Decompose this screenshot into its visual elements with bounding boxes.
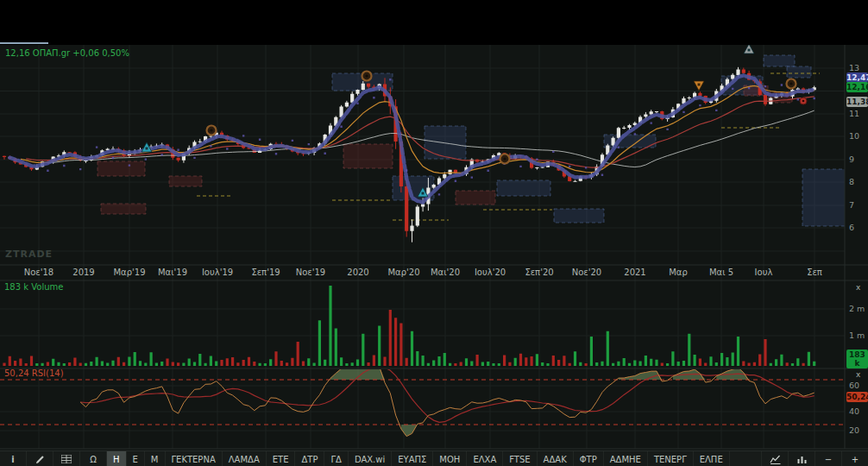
top-tab-bar — [0, 0, 868, 46]
info-button[interactable]: i — [0, 451, 27, 466]
trading-app-window: 12,16 ΟΠΑΠ.gr +0,06 0,50% ZTRADE 183 k V… — [0, 0, 868, 466]
timeframe-Η[interactable]: Η — [107, 451, 127, 466]
dividend-marker[interactable] — [362, 72, 372, 81]
watchlist-item-ΕΥΑΠΣ[interactable]: ΕΥΑΠΣ — [392, 451, 433, 466]
bar-chart-icon — [796, 455, 808, 464]
volume-pane-close-button[interactable]: x — [856, 283, 860, 292]
zoom-in-button[interactable]: + — [841, 451, 868, 466]
omega-icon: Ω — [90, 455, 97, 464]
supply-demand-zone — [425, 126, 466, 159]
watchlist-item-ΓΔ[interactable]: ΓΔ — [324, 451, 348, 466]
watchlist-item-ΕΛΧΑ[interactable]: ΕΛΧΑ — [467, 451, 503, 466]
timeframe-Ε[interactable]: Ε — [127, 451, 145, 466]
watchlist-item-ΕΛΠΕ[interactable]: ΕΛΠΕ — [694, 451, 730, 466]
supply-demand-zone — [101, 204, 146, 214]
watchlist-item-ΑΔΑΚ[interactable]: ΑΔΑΚ — [538, 451, 574, 466]
watchlist-item-ΑΔΜΗΕ[interactable]: ΑΔΜΗΕ — [604, 451, 648, 466]
alert-marker[interactable] — [800, 98, 807, 104]
chart-style-button[interactable] — [761, 451, 788, 466]
bottom-toolbar: i Ω ΗΕΜ ΓΕΚΤΕΡΝΑΛΑΜΔΑΕΤΕΔΤΡΓΔDAX.wiΕΥΑΠΣ… — [0, 450, 868, 466]
watchlist-item-ΓΕΚΤΕΡΝΑ[interactable]: ΓΕΚΤΕΡΝΑ — [166, 451, 223, 466]
supply-demand-zone — [169, 176, 202, 186]
watchlist-item-ΜΟΗ[interactable]: ΜΟΗ — [433, 451, 467, 466]
watchlist-item-ΤΕΝΕΡΓ[interactable]: ΤΕΝΕΡΓ — [648, 451, 694, 466]
grid-icon — [61, 455, 72, 463]
supply-demand-zone — [456, 191, 495, 205]
dividend-marker[interactable] — [500, 154, 510, 164]
indicators-button[interactable] — [53, 451, 80, 466]
supply-demand-zone — [764, 55, 795, 66]
supply-demand-zone — [787, 66, 811, 78]
watchlist-item-ΕΤΕ[interactable]: ΕΤΕ — [267, 451, 296, 466]
supply-demand-zone — [97, 161, 145, 176]
watchlist-item-ΔΤΡ[interactable]: ΔΤΡ — [295, 451, 324, 466]
pencil-icon — [35, 455, 45, 464]
omega-button[interactable]: Ω — [80, 451, 107, 466]
supply-demand-zone — [497, 180, 550, 196]
chart-canvas[interactable] — [0, 45, 868, 450]
zoom-out-button[interactable]: − — [815, 451, 841, 466]
watchlist-item-FTSE[interactable]: FTSE — [503, 451, 537, 466]
supply-demand-zone — [554, 209, 604, 223]
tab-scroll-indicator[interactable] — [0, 42, 48, 44]
watchlist-item-DAX.wi[interactable]: DAX.wi — [349, 451, 392, 466]
volume-style-button[interactable] — [788, 451, 815, 466]
toolbar-right-group: − + — [761, 451, 868, 466]
watchlist-item-ΦΤΡ[interactable]: ΦΤΡ — [574, 451, 604, 466]
line-chart-icon — [770, 455, 781, 464]
dividend-marker[interactable] — [787, 79, 796, 89]
dividend-marker[interactable] — [207, 126, 217, 135]
info-icon: i — [11, 455, 14, 464]
draw-button[interactable] — [27, 451, 53, 466]
watchlist-group: ΓΕΚΤΕΡΝΑΛΑΜΔΑΕΤΕΔΤΡΓΔDAX.wiΕΥΑΠΣΜΟΗΕΛΧΑF… — [166, 451, 730, 466]
rsi-pane-close-button[interactable]: x — [856, 370, 860, 379]
timeframe-Μ[interactable]: Μ — [145, 451, 166, 466]
supply-demand-zone — [343, 144, 393, 168]
timeframe-group: ΗΕΜ — [107, 451, 166, 466]
minus-icon: − — [825, 455, 832, 464]
watchlist-item-ΛΑΜΔΑ[interactable]: ΛΑΜΔΑ — [223, 451, 267, 466]
plus-icon: + — [852, 455, 859, 464]
